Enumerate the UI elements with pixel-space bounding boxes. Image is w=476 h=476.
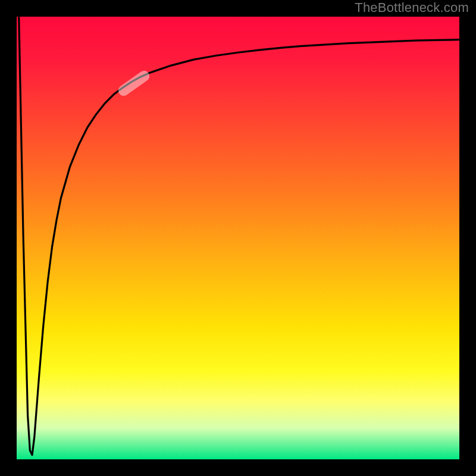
bottleneck-curve — [19, 17, 459, 455]
curve-layer — [17, 17, 459, 459]
chart-container: { "attribution": "TheBottleneck.com", "c… — [0, 0, 476, 476]
plot-area — [17, 17, 459, 459]
attribution-label: TheBottleneck.com — [355, 0, 469, 15]
